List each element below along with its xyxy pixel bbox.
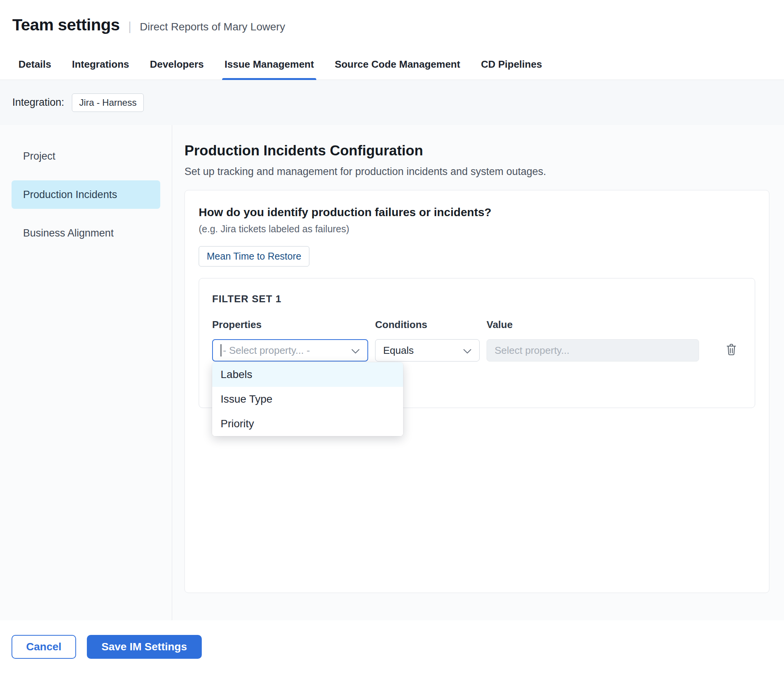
delete-filter-button[interactable] <box>726 339 737 361</box>
incidents-config-card: How do you identify production failures … <box>184 190 769 593</box>
tab-bar: Details Integrations Developers Issue Ma… <box>0 53 784 80</box>
cancel-button[interactable]: Cancel <box>12 635 76 659</box>
property-dropdown: Labels Issue Type Priority <box>212 362 403 436</box>
section-title: Production Incidents Configuration <box>184 143 769 159</box>
conditions-field: Conditions Equals <box>375 319 480 361</box>
filter-set-title: FILTER SET 1 <box>212 293 742 305</box>
tab-developers[interactable]: Developers <box>149 58 204 80</box>
config-hint: (e.g. Jira tickets labeled as failures) <box>199 223 755 235</box>
value-column-label: Value <box>487 319 699 331</box>
tab-details[interactable]: Details <box>18 58 52 80</box>
mean-time-to-restore-chip[interactable]: Mean Time to Restore <box>199 246 309 267</box>
property-select[interactable]: - Select property... - <box>212 339 368 361</box>
main-panel: Production Incidents Configuration Set u… <box>172 125 784 620</box>
value-input[interactable] <box>487 339 699 361</box>
filter-set-box: FILTER SET 1 Properties - Select propert… <box>199 278 755 408</box>
page-subtitle: Direct Reports of Mary Lowery <box>140 21 285 33</box>
team-settings-page: Team settings | Direct Reports of Mary L… <box>0 0 784 673</box>
integration-bar: Integration: Jira - Harness <box>0 80 784 125</box>
text-cursor <box>221 344 221 356</box>
save-im-settings-button[interactable]: Save IM Settings <box>87 635 202 659</box>
page-header: Team settings | Direct Reports of Mary L… <box>0 0 784 53</box>
integration-label: Integration: <box>12 97 64 108</box>
condition-select-value: Equals <box>383 345 414 356</box>
config-question: How do you identify production failures … <box>199 206 755 219</box>
properties-field: Properties - Select property... - <box>212 319 368 361</box>
chevron-down-icon <box>351 345 360 356</box>
tab-cd-pipelines[interactable]: CD Pipelines <box>480 58 543 80</box>
tab-issue-management[interactable]: Issue Management <box>224 58 315 80</box>
integration-chip[interactable]: Jira - Harness <box>72 93 144 112</box>
dropdown-option-labels[interactable]: Labels <box>212 362 403 387</box>
tab-integrations[interactable]: Integrations <box>71 58 130 80</box>
page-title: Team settings <box>12 15 120 34</box>
filter-row: Properties - Select property... - <box>212 319 742 361</box>
property-select-placeholder: - Select property... - <box>223 345 310 356</box>
content-area: Project Production Incidents Business Al… <box>0 125 784 620</box>
sidebar-item-project[interactable]: Project <box>12 142 160 170</box>
value-field: Value <box>487 319 699 361</box>
properties-column-label: Properties <box>212 319 368 331</box>
settings-sidebar: Project Production Incidents Business Al… <box>0 125 172 620</box>
dropdown-option-priority[interactable]: Priority <box>212 411 403 436</box>
dropdown-option-issue-type[interactable]: Issue Type <box>212 387 403 411</box>
sidebar-item-business-alignment[interactable]: Business Alignment <box>12 219 160 247</box>
conditions-column-label: Conditions <box>375 319 480 331</box>
section-subtitle: Set up tracking and management for produ… <box>184 166 769 178</box>
trash-icon <box>726 343 737 357</box>
footer-action-bar: Cancel Save IM Settings <box>0 620 784 673</box>
title-separator: | <box>128 19 131 33</box>
sidebar-item-production-incidents[interactable]: Production Incidents <box>12 180 160 209</box>
chevron-down-icon <box>463 345 472 356</box>
condition-select[interactable]: Equals <box>375 339 480 361</box>
tab-source-code-management[interactable]: Source Code Management <box>334 58 461 80</box>
